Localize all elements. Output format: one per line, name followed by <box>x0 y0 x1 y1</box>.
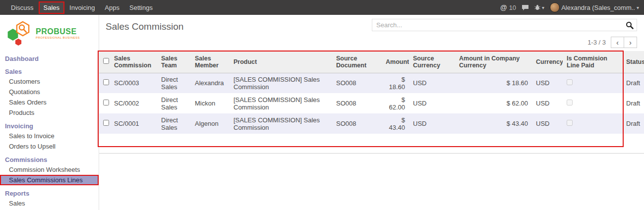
cell-source-currency: USD <box>409 113 455 134</box>
pager-prev-button[interactable]: ‹ <box>611 37 624 48</box>
cell-amount: $ 18.60 <box>382 73 409 93</box>
sidebar-item-commission-worksheets[interactable]: Commission Worksheets <box>0 164 99 175</box>
cell-amount: $ 62.00 <box>382 93 409 113</box>
debug-menu-button[interactable]: ▾ <box>534 4 544 10</box>
menu-sales[interactable]: Sales <box>39 1 65 14</box>
cell-product: [SALES COMMISSION] Sales Commission <box>230 73 332 93</box>
control-panel: Sales Commission 1-3 / 3 ‹ › <box>99 15 644 51</box>
pager-next-button[interactable]: › <box>624 37 637 48</box>
sidebar-nav: DashboardSalesCustomersQuotationsSales O… <box>0 54 99 209</box>
sidebar-item-customers[interactable]: Customers <box>0 76 99 87</box>
topbar-right: @ 10 ▾ Alexandra (Sales_comm.. ▾ <box>500 2 639 12</box>
column-header-amount-in-company-currency[interactable]: Amount in Company Currency <box>455 51 532 73</box>
cell-select <box>99 113 110 134</box>
table-row[interactable]: SC/0001Direct SalesAlgenon[SALES COMMISS… <box>99 113 644 134</box>
speech-bubble-icon <box>522 4 529 11</box>
sidebar-item-sales-orders[interactable]: Sales Orders <box>0 97 99 107</box>
select-all-checkbox[interactable] <box>103 58 109 64</box>
table-body: SC/0003Direct SalesAlexandra[SALES COMMI… <box>99 73 644 153</box>
cell-amount-company: $ 43.40 <box>455 113 532 134</box>
cell-status: Draft <box>622 73 644 93</box>
commission-lines-table: Sales CommissionSales TeamSales MemberPr… <box>99 51 644 154</box>
cell-currency: USD <box>532 73 563 93</box>
column-header-product[interactable]: Product <box>230 51 332 73</box>
topbar-menus: DiscussSalesInvoicingAppsSettings <box>6 0 158 15</box>
cell-paid <box>563 113 622 134</box>
sidebar-item-sales-commissions-lines[interactable]: Sales Commissions Lines <box>0 175 99 185</box>
pager-range: 1-3 / 3 <box>587 39 606 46</box>
mention-count: 10 <box>509 4 516 11</box>
column-header-source-document[interactable]: Source Document <box>332 51 382 73</box>
app-body: PROBUSE PROFESSIONAL BUSINESS DashboardS… <box>0 15 644 210</box>
avatar <box>550 2 560 12</box>
search-input[interactable] <box>372 21 623 29</box>
search-icon <box>626 21 634 29</box>
user-menu-button[interactable]: Alexandra (Sales_comm.. ▾ <box>550 2 639 12</box>
cell-paid <box>563 93 622 113</box>
sidebar-item-invoicing[interactable]: Invoicing <box>0 121 99 131</box>
logo-title: PROBUSE <box>36 28 80 36</box>
menu-invoicing[interactable]: Invoicing <box>64 1 100 14</box>
header-select-all <box>99 51 110 73</box>
menu-settings[interactable]: Settings <box>124 1 158 14</box>
row-select-checkbox[interactable] <box>103 100 109 105</box>
cell-currency: USD <box>532 113 563 134</box>
search-button[interactable] <box>623 19 637 31</box>
menu-apps[interactable]: Apps <box>100 1 124 14</box>
cell-product: [SALES COMMISSION] Sales Commission <box>230 93 332 113</box>
sidebar-item-reports[interactable]: Reports <box>0 189 99 198</box>
cell-member: Mickon <box>191 93 230 113</box>
table-row[interactable]: SC/0002Direct SalesMickon[SALES COMMISSI… <box>99 93 644 113</box>
column-header-sales-team[interactable]: Sales Team <box>157 51 191 73</box>
cell-status: Draft <box>622 93 644 113</box>
page-title: Sales Commission <box>106 21 183 32</box>
caret-down-icon: ▾ <box>637 5 639 10</box>
sidebar-item-orders-to-upsell[interactable]: Orders to Upsell <box>0 141 99 152</box>
column-header-sales-commission[interactable]: Sales Commission <box>110 51 157 73</box>
cell-member: Algenon <box>191 113 230 134</box>
logo-text: PROBUSE PROFESSIONAL BUSINESS <box>36 28 80 39</box>
table-row[interactable]: SC/0003Direct SalesAlexandra[SALES COMMI… <box>99 73 644 93</box>
bug-icon <box>534 4 540 10</box>
column-header-amount[interactable]: Amount <box>382 51 409 73</box>
cell-amount-company: $ 18.60 <box>455 73 532 93</box>
column-header-sales-member[interactable]: Sales Member <box>191 51 230 73</box>
cell-amount: $ 43.40 <box>382 113 409 134</box>
cell-status: Draft <box>622 113 644 134</box>
cell-name: SC/0003 <box>110 73 157 93</box>
column-header-currency[interactable]: Currency <box>532 51 563 73</box>
paid-checkbox <box>567 79 573 85</box>
sidebar-item-products[interactable]: Products <box>0 107 99 118</box>
row-select-checkbox[interactable] <box>103 79 109 85</box>
cell-name: SC/0002 <box>110 93 157 113</box>
paid-checkbox <box>567 100 573 105</box>
pager: 1-3 / 3 ‹ › <box>587 37 637 48</box>
sidebar-item-dashboard[interactable]: Dashboard <box>0 54 99 63</box>
sidebar-item-sales[interactable]: Sales <box>0 198 99 209</box>
table-filler-row <box>99 134 644 153</box>
probuse-logo-icon <box>6 21 33 47</box>
sidebar-item-sales-to-invoice[interactable]: Sales to Invoice <box>0 131 99 141</box>
user-name: Alexandra (Sales_comm.. <box>561 4 635 11</box>
cell-team: Direct Sales <box>157 73 191 93</box>
column-header-source-currency[interactable]: Source Currency <box>409 51 455 73</box>
sidebar: PROBUSE PROFESSIONAL BUSINESS DashboardS… <box>0 15 99 210</box>
column-header-is-commision-line-paid[interactable]: Is Commision Line Paid <box>563 51 622 73</box>
cell-currency: USD <box>532 93 563 113</box>
paid-checkbox <box>567 120 573 126</box>
cell-team: Direct Sales <box>157 93 191 113</box>
cell-amount-company: $ 62.00 <box>455 93 532 113</box>
mention-icon: @ <box>500 3 507 11</box>
messages-button[interactable] <box>522 4 529 11</box>
sidebar-item-commissions[interactable]: Commissions <box>0 155 99 164</box>
column-header-status[interactable]: Status <box>622 51 644 73</box>
sidebar-item-sales[interactable]: Sales <box>0 67 99 76</box>
row-select-checkbox[interactable] <box>103 120 109 126</box>
logo-subtitle: PROFESSIONAL BUSINESS <box>36 36 80 39</box>
cell-product: [SALES COMMISSION] Sales Commission <box>230 113 332 134</box>
menu-discuss[interactable]: Discuss <box>6 1 39 14</box>
mentions-button[interactable]: @ 10 <box>500 3 516 11</box>
cell-select <box>99 93 110 113</box>
sidebar-item-quotations[interactable]: Quotations <box>0 87 99 97</box>
caret-down-icon: ▾ <box>542 5 544 10</box>
